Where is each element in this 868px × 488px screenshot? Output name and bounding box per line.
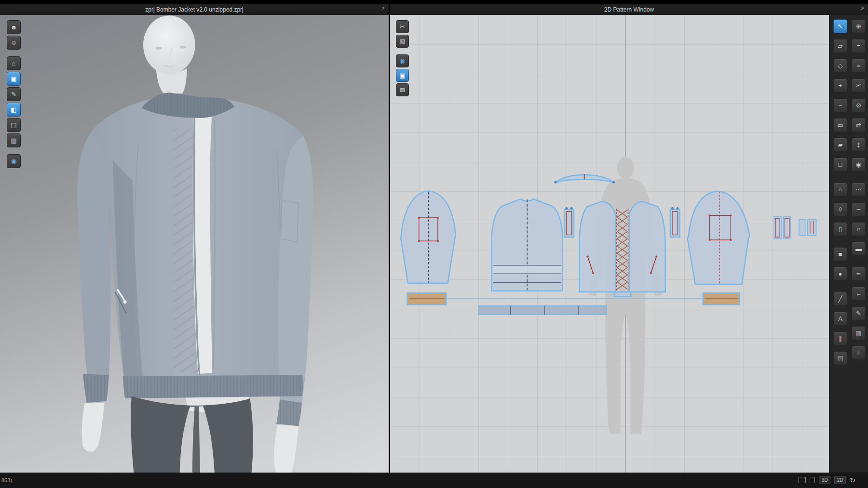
create-dart-icon[interactable]: ◊ [833,202,847,216]
arrange-points-icon[interactable]: ⌂ [7,56,21,70]
sync-icon[interactable]: ↻ [850,476,855,484]
lock-pattern-icon[interactable]: ⊠ [396,83,409,96]
edit-point-icon[interactable]: ◇ [833,59,847,73]
mannequin[interactable] [143,15,195,93]
mannequin-eye [155,47,162,50]
zipper-tool-icon[interactable]: ‡ [852,138,866,152]
topstitch-icon[interactable]: ⋯ [852,183,866,197]
seam-taping-icon[interactable]: ▬ [852,242,866,256]
view-3d-button[interactable]: 3D [819,476,830,484]
sewing-tools-column: ⊕=≈✂⊘⇄‡◉⋯∽∩▬≃↔✎▦≡ [852,19,866,360]
pattern-piece-left-sleeve[interactable] [401,191,456,283]
pattern-piece-back[interactable] [492,199,563,291]
avatar-pose-icon[interactable]: ☺ [7,36,21,50]
show-fit-map-icon[interactable]: ▥ [7,133,21,147]
pattern-piece-right-sleeve[interactable] [688,191,750,284]
3d-toolbar: ☻☺⌂▣✎◧▤▥◉ [7,20,21,168]
view-2d-button[interactable]: 2D [834,476,846,484]
show-garment-2d-icon[interactable]: ▧ [396,35,409,48]
mannequin-hand-right [274,425,299,473]
mannequin-eye [180,46,187,49]
add-point-icon[interactable]: + [833,79,847,92]
pattern-piece-cuff-left[interactable] [407,293,447,304]
layer-clone-icon[interactable]: ≡ [852,346,866,360]
free-sewing-icon[interactable]: ≈ [852,59,866,73]
right-tool-strip: ↖▱◇+~▭▰□○◊▯■●╱A∥▤ ⊕=≈✂⊘⇄‡◉⋯∽∩▬≃↔✎▦≡ [829,15,868,473]
mannequin-scene [0,15,389,473]
hem-rib [123,375,303,398]
single-window-icon[interactable] [810,477,815,483]
mannequin-head [143,15,195,74]
grading-icon[interactable]: ▤ [833,351,847,365]
pattern-info-icon[interactable]: ◉ [396,54,409,67]
elastic-icon[interactable]: ≃ [852,267,866,281]
2d-pattern-viewport[interactable]: ✂▧◉▣⊠ [390,15,829,473]
pattern-tools-column: ↖▱◇+~▭▰□○◊▯■●╱A∥▤ [833,19,847,365]
segment-sewing-icon[interactable]: = [852,39,866,53]
flip-pattern-icon[interactable]: ⇄ [852,118,866,132]
left-window-titlebar[interactable]: zprj Bomber Jacket v2.0 unzipped.zprj ↗ [0,4,389,15]
pattern-piece-small-strip[interactable] [799,219,816,235]
pattern-canvas [390,15,829,473]
front-hem-tab[interactable] [614,292,631,296]
dual-window-icon[interactable] [799,477,806,483]
3d-viewport[interactable]: ☻☺⌂▣✎◧▤▥◉ [0,15,389,473]
pin-avatar-icon[interactable]: ✎ [7,87,21,101]
cuff-rib [276,399,302,426]
world-axis-icon[interactable]: ◉ [7,154,21,168]
application-window: zprj Bomber Jacket v2.0 unzipped.zprj ↗ … [0,0,868,488]
detach-sewing-icon[interactable]: ⊘ [852,98,866,112]
create-polygon-icon[interactable]: ▰ [833,138,847,152]
pattern-piece-placket-left[interactable] [564,207,574,237]
pattern-piece-collar[interactable] [555,174,615,184]
show-grid-icon[interactable]: ▦ [852,326,866,340]
show-texture-icon[interactable]: ◧ [7,103,21,117]
internal-circle-icon[interactable]: ● [833,267,847,281]
measure-icon[interactable]: ↔ [852,287,866,301]
show-garment-icon[interactable]: ▣ [7,72,21,86]
pattern-piece-small-tab[interactable] [774,217,791,239]
bomber-jacket[interactable] [77,92,313,426]
edit-sewing-icon[interactable]: ✂ [852,79,866,92]
internal-rectangle-icon[interactable]: ■ [833,247,847,261]
status-bar: 853) 3D 2D ↻ [0,473,868,488]
create-circle-icon[interactable]: ○ [833,183,847,197]
edit-pattern-icon[interactable]: ▱ [833,39,847,53]
status-right-controls: 3D 2D ↻ [799,476,855,484]
mannequin-hand-left [82,403,105,452]
transform-pattern-icon[interactable]: ↖ [833,19,847,33]
right-window-titlebar[interactable]: 2D Pattern Window ↗ [390,4,868,15]
show-avatar-icon[interactable]: ☻ [7,20,21,34]
button-tool-icon[interactable]: ◉ [852,158,866,171]
edit-sewing-2d-icon[interactable]: ✂ [396,20,409,33]
pants-center-shadow [192,407,200,473]
jacket-sleeve-left[interactable] [77,133,110,378]
pocket-toggle [123,300,127,303]
show-seamlines-icon[interactable]: ▤ [7,118,21,132]
fullness-icon[interactable]: ∩ [852,222,866,236]
pattern-piece-front-right[interactable] [629,202,665,292]
buttonhole-icon[interactable]: ∥ [833,331,847,345]
shirring-icon[interactable]: ∽ [852,202,866,216]
pin-tool-icon[interactable]: ⊕ [852,19,866,33]
2d-toolbar: ✂▧◉▣⊠ [396,20,409,96]
pattern-piece-placket-right[interactable] [670,207,680,237]
base-line-icon[interactable]: ╱ [833,292,847,306]
pattern-piece-front-left[interactable] [579,202,615,292]
right-window-title: 2D Pattern Window [604,6,654,13]
show-base-pattern-icon[interactable]: ▣ [396,69,409,82]
pattern-piece-cuff-right[interactable] [703,293,740,304]
pattern-piece-waistband[interactable] [478,306,607,315]
internal-polygon-icon[interactable]: ▯ [833,222,847,236]
edit-curvature-icon[interactable]: ~ [833,98,847,112]
cuff-rib [83,374,109,403]
create-rectangle-icon[interactable]: □ [833,158,847,171]
annotate-icon[interactable]: ✎ [852,306,866,320]
left-window-title: zprj Bomber Jacket v2.0 unzipped.zprj [145,6,243,13]
float-window-icon[interactable]: ↗ [860,6,864,12]
status-left-text: 853) [1,477,12,483]
text-tool-icon[interactable]: A [833,312,847,326]
float-window-icon[interactable]: ↗ [380,6,385,12]
trace-pattern-icon[interactable]: ▭ [833,118,847,132]
